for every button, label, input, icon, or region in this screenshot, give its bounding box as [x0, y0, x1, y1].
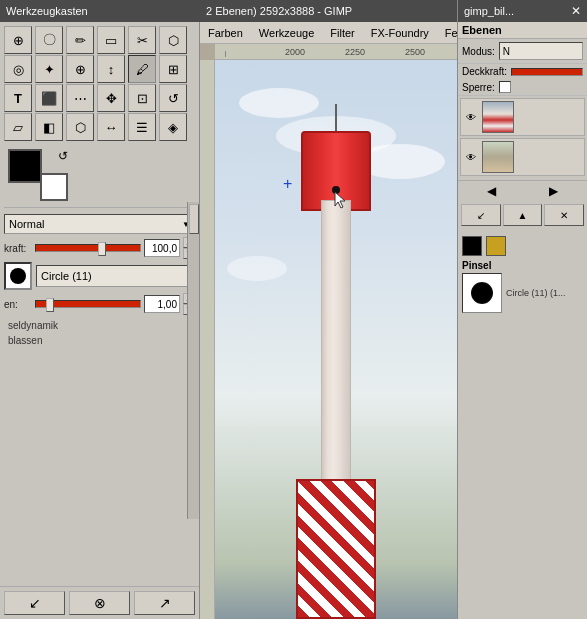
- pinsel-bg-swatch[interactable]: [486, 236, 506, 256]
- toolbox-btn-1[interactable]: ↙: [4, 591, 65, 615]
- mode-label: Normal: [9, 218, 44, 230]
- tool-zoom[interactable]: ⊕: [66, 55, 94, 83]
- tool-paintbrush[interactable]: 🖊: [128, 55, 156, 83]
- size-value[interactable]: 1,00: [144, 295, 180, 313]
- tool-flip[interactable]: ↔: [97, 113, 125, 141]
- werkzeugkasten-titlebar: Werkzeugkasten: [0, 0, 200, 22]
- layers-section-label: Ebenen: [458, 22, 587, 39]
- toolbox-scroll[interactable]: [187, 202, 199, 519]
- toolbox-bottom-buttons: ↙ ⊗ ↗: [4, 591, 195, 615]
- tool-heal[interactable]: ⋯: [66, 84, 94, 112]
- tool-bucket[interactable]: ⬛: [35, 84, 63, 112]
- tool-dodge[interactable]: ◈: [159, 113, 187, 141]
- toolbox-scroll-thumb[interactable]: [189, 204, 199, 234]
- layers-new-layer[interactable]: ↙: [461, 204, 501, 226]
- opacity-thumb[interactable]: [98, 242, 106, 256]
- layers-modus-dropdown[interactable]: N: [499, 42, 583, 60]
- tool-move[interactable]: ✥: [97, 84, 125, 112]
- tool-scissors[interactable]: ✂: [128, 26, 156, 54]
- layers-modus-value: N: [503, 46, 510, 57]
- size-label: en:: [4, 299, 32, 310]
- menu-filter[interactable]: Filter: [322, 25, 362, 41]
- menu-werkzeuge[interactable]: Werkzeuge: [251, 25, 322, 41]
- tool-paths[interactable]: ◎: [4, 55, 32, 83]
- brush-row: Circle (11): [4, 262, 195, 290]
- tool-align[interactable]: ⊡: [128, 84, 156, 112]
- tool-text[interactable]: T: [4, 84, 32, 112]
- pinsel-swatches-row: [462, 236, 583, 256]
- layers-panel: gimp_bil... ✕ Ebenen Modus: N Deckkraft:…: [457, 0, 587, 619]
- tool-rect-select[interactable]: ▭: [97, 26, 125, 54]
- tool-curves[interactable]: ☰: [128, 113, 156, 141]
- layer-item-2[interactable]: 👁: [460, 138, 585, 176]
- swap-colors-icon[interactable]: ↺: [58, 149, 68, 163]
- tool-perspective[interactable]: ⬡: [66, 113, 94, 141]
- layers-modus-row: Modus: N: [458, 39, 587, 64]
- toolbox-bottom: ↙ ⊗ ↗: [0, 586, 199, 619]
- ruler-vertical: [200, 60, 215, 619]
- size-slider[interactable]: [35, 300, 141, 308]
- pinsel-fg-swatch[interactable]: [462, 236, 482, 256]
- tool-pencil[interactable]: ✏: [66, 26, 94, 54]
- bg-color-swatch[interactable]: [40, 173, 68, 201]
- pinsel-section: Pinsel Circle (11) (1...: [458, 233, 587, 316]
- layers-action-buttons: ↙ ▲ ✕: [458, 201, 587, 229]
- opacity-row: kraft: 100,0 ▲ ▼: [4, 237, 195, 259]
- layers-scroll-left[interactable]: ◀: [487, 184, 496, 198]
- layer-item-1[interactable]: 👁: [460, 98, 585, 136]
- layers-lock-row: Sperre:: [458, 79, 587, 96]
- layer-2-visibility[interactable]: 👁: [463, 149, 479, 165]
- pinsel-info: Circle (11) (1...: [506, 288, 583, 298]
- ruler-mark-2000: 2000: [285, 47, 305, 57]
- tool-clone[interactable]: ⊞: [159, 55, 187, 83]
- layers-scroll-right[interactable]: ▶: [549, 184, 558, 198]
- layer-1-preview: [483, 102, 513, 132]
- layers-delete[interactable]: ✕: [544, 204, 584, 226]
- tool-free-select[interactable]: 〇: [35, 26, 63, 54]
- tool-measure[interactable]: ↕: [97, 55, 125, 83]
- tool-fuzzy-select[interactable]: ⬡: [159, 26, 187, 54]
- size-row: en: 1,00 ▲ ▼: [4, 293, 195, 315]
- tool-shear[interactable]: ◧: [35, 113, 63, 141]
- tool-grid: ⊕ 〇 ✏ ▭ ✂ ⬡ ◎ ✦ ⊕ ↕ 🖊 ⊞ T ⬛ ⋯ ✥ ⊡ ↺ ▱ ◧ …: [0, 22, 199, 145]
- layer-1-visibility[interactable]: 👁: [463, 109, 479, 125]
- tool-color-picker[interactable]: ✦: [35, 55, 63, 83]
- layers-opacity-row: Deckkraft:: [458, 64, 587, 79]
- layers-lock-checkbox[interactable]: [499, 81, 511, 93]
- mode-dropdown[interactable]: Normal ▼: [4, 214, 195, 234]
- ruler-mark-2500: 2500: [405, 47, 425, 57]
- canvas-area[interactable]: +: [215, 60, 457, 619]
- menu-farben[interactable]: Farben: [200, 25, 251, 41]
- brush-name[interactable]: Circle (11): [36, 265, 195, 287]
- pinsel-brush-circle: [471, 282, 493, 304]
- mode-row: Normal ▼: [4, 214, 195, 234]
- opacity-value[interactable]: 100,0: [144, 239, 180, 257]
- menu-fxfoundry[interactable]: FX-Foundry: [363, 25, 437, 41]
- dynamics-label: seldynamik: [4, 318, 195, 333]
- fg-color-swatch[interactable]: [8, 149, 42, 183]
- pinsel-brush-preview[interactable]: [462, 273, 502, 313]
- tower-bottom: [296, 479, 376, 619]
- separator: [4, 207, 195, 208]
- toolbox-btn-2[interactable]: ⊗: [69, 591, 130, 615]
- tool-options: Normal ▼ kraft: 100,0 ▲ ▼ Circle (11): [0, 210, 199, 352]
- layers-close-button[interactable]: ✕: [571, 4, 581, 18]
- crosshair-cursor: +: [283, 175, 292, 193]
- tool-ellipse-select[interactable]: ⊕: [4, 26, 32, 54]
- toolbox-btn-3[interactable]: ↗: [134, 591, 195, 615]
- layers-titlebar: gimp_bil... ✕: [458, 0, 587, 22]
- color-area: ↺: [0, 145, 199, 205]
- layers-opacity-label: Deckkraft:: [462, 66, 507, 77]
- layers-modus-label: Modus:: [462, 46, 495, 57]
- brush-preview[interactable]: [4, 262, 32, 290]
- ruler-mark-2250: 2250: [345, 47, 365, 57]
- layers-opacity-slider[interactable]: [511, 68, 583, 76]
- layers-title-text: gimp_bil...: [464, 5, 514, 17]
- gimp-title: 2 Ebenen) 2592x3888 - GIMP: [206, 5, 352, 17]
- tool-scale[interactable]: ▱: [4, 113, 32, 141]
- layer-2-preview: [483, 142, 513, 172]
- layers-move-up[interactable]: ▲: [503, 204, 543, 226]
- tool-rotate[interactable]: ↺: [159, 84, 187, 112]
- opacity-slider[interactable]: [35, 244, 141, 252]
- size-thumb[interactable]: [46, 298, 54, 312]
